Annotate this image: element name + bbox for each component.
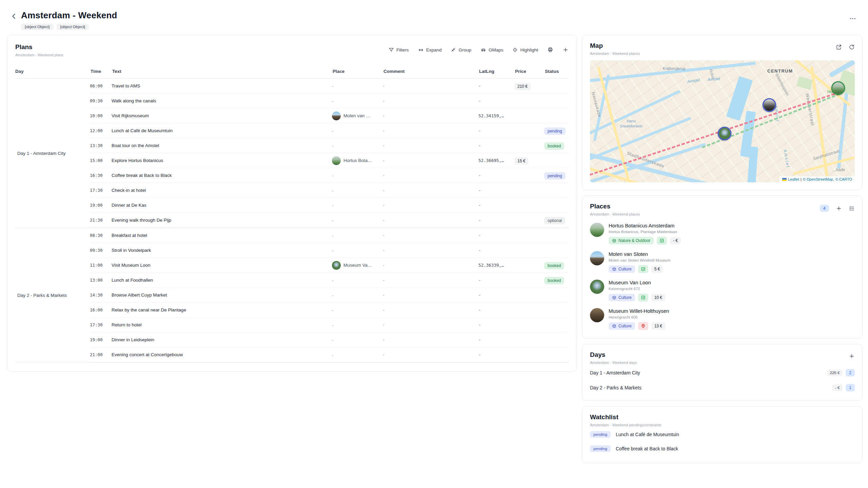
group-button[interactable]: Group [451,47,471,53]
plan-row[interactable]: 17:30 Return to hotel - - - [90,318,569,332]
visited-check-badge [657,237,667,245]
map-label: Weesperstraat [805,93,815,126]
map-label: Sarphatistraat [812,148,840,161]
day-row[interactable]: Day 1 - Amsterdam City 225 € 2 [590,366,855,380]
plan-row[interactable]: 21:30 Evening walk through De Pijp - - - [90,213,569,228]
plan-row[interactable]: 09:30 Walk along the canals - - - [90,94,569,108]
plan-place: - [332,352,383,358]
add-plan-button[interactable] [563,47,569,53]
leaflet-link[interactable]: Leaflet [788,177,799,181]
map-refresh-button[interactable] [849,44,855,50]
plan-place: - [332,217,383,223]
plan-latlng: - [478,352,514,357]
plan-row[interactable]: 13:00 Lunch at Foodhallen - - - [90,273,569,288]
map-marker[interactable] [831,81,845,95]
highlight-button[interactable]: Highlight [512,47,538,53]
place-subtitle: Herengracht 605 [609,315,669,319]
category-tag: Culture [609,294,635,301]
place-list-item[interactable]: Molen van Sloten Molen van Sloten Windmi… [590,251,855,273]
place-tags: Nature & Outdoor - € [609,237,681,245]
plan-latlng: - [478,128,514,133]
map-marker[interactable] [763,98,776,112]
col-latlng: LatLng [479,69,515,74]
plan-row[interactable]: 16:00 Relax by the canal near De Plantag… [90,303,569,318]
watchlist-item[interactable]: pending Lunch at Café de Museumtuin [590,428,855,441]
map-expand-button[interactable] [836,44,842,50]
plan-latlng: - [478,143,514,148]
checkbox-check-icon [659,238,664,243]
plans-title: Plans [15,43,63,51]
plan-row[interactable]: 21:00 Evening concert at Concertgebouw -… [90,347,569,362]
plan-row[interactable]: 08:30 Breakfast at hotel - - - [90,228,569,243]
plan-latlng: 52.34159,… [478,113,514,118]
osm-link[interactable]: © OpenStreetMap, [803,177,834,181]
plan-row[interactable]: 13:30 Boat tour on the Amstel - - - [90,138,569,153]
place-avatar [590,251,604,265]
plan-comment: - [383,218,478,223]
place-list-item[interactable]: Museum Willet-Holthuysen Herengracht 605… [590,308,855,330]
plan-row[interactable]: 09:30 Stroll in Vondelpark - - - [90,243,569,258]
plan-row[interactable]: 14:30 Browse Albert Cuyp Market - - - [90,288,569,303]
expand-button[interactable]: Expand [418,47,442,53]
place-list-item[interactable]: Hortus Botanicus Amsterdam Hortus Botani… [590,223,855,245]
gmaps-button[interactable]: GMaps [480,47,504,53]
place-list-item[interactable]: Museum Van Loon Keizersgracht 672 Cultur… [590,280,855,302]
plan-latlng: - [478,203,514,208]
carto-link[interactable]: © CARTO [835,177,852,181]
map-marker[interactable] [718,127,731,140]
plan-row[interactable]: 12:00 Lunch at Café de Museumtuin - - - [90,123,569,138]
print-button[interactable] [547,47,553,53]
place-name: Museum Van Loon [609,280,665,285]
plan-row[interactable]: 11:00 Visit Museum Loon Museum Va… [90,258,569,273]
plan-place: Hortus Bota… [332,156,383,165]
page: Amsterdam - Weekend [object Object] [obj… [0,0,868,463]
plan-place: - [332,172,383,179]
plan-comment: - [383,307,478,312]
pin-icon [641,324,646,328]
plan-row[interactable]: 10:00 Visit Rijksmuseum Molen van … [90,108,569,123]
plan-comment: - [383,83,478,88]
plan-time: 11:00 [90,263,112,268]
plan-row[interactable]: 17:30 Check-in at hotel - - - [90,183,569,198]
visited-check-badge [638,293,648,302]
plan-status: optional [544,217,569,223]
plan-row[interactable]: 15:00 Explore Hortus Botanicus Hortus Bo… [90,153,569,168]
plan-time: 17:30 [90,322,112,327]
plan-time: 19:00 [90,203,112,208]
day-row[interactable]: Day 2 - Parks & Markets - € 1 [590,381,855,394]
places-list-button[interactable] [849,205,855,211]
plan-text: Stroll in Vondelpark [112,248,332,253]
col-time: Time [91,69,112,74]
page-header: Amsterdam - Weekend [object Object] [obj… [0,0,868,35]
plan-comment: - [383,292,478,298]
marker-photo [764,99,775,111]
add-day-button[interactable] [849,353,855,359]
filters-button[interactable]: Filters [389,47,409,53]
map-label: …kade [832,167,845,172]
add-place-button[interactable] [836,205,842,211]
plan-row[interactable]: 19:00 Dinner in Leidseplein - - - [90,332,569,347]
status-badge: booked [544,262,564,269]
back-button[interactable] [10,13,18,20]
plan-row[interactable]: 16:30 Coffee break at Back to Black - - … [90,168,569,183]
place-avatar [332,111,341,120]
plan-comment: - [383,322,478,327]
watchlist-item[interactable]: pending Coffee break at Back to Black [590,442,855,455]
plan-place: - [332,247,383,253]
plan-comment: - [383,113,478,118]
plan-comment: - [383,158,478,163]
map-label: Amstel [707,76,720,82]
status-badge: booked [544,142,564,150]
plus-icon [563,47,569,53]
place-avatar [590,308,604,322]
cube-icon [612,239,616,243]
plan-row[interactable]: 06:00 Travel to AMS - - - 21 [90,79,569,94]
plan-day-group: Day 2 - Parks & Markets 08:30 Breakfast … [15,228,569,363]
header-badge: [object Object] [57,23,89,30]
map[interactable]: Krijtbergbrug Rokin Amstel Amstel CENTRU… [590,60,855,182]
plan-comment: - [383,203,478,208]
plan-row[interactable]: 19:00 Dinner at De Kas - - - [90,198,569,213]
map-label: CENTRUM [767,68,793,74]
plan-time: 06:00 [90,83,112,88]
overflow-menu-button[interactable] [849,15,856,22]
